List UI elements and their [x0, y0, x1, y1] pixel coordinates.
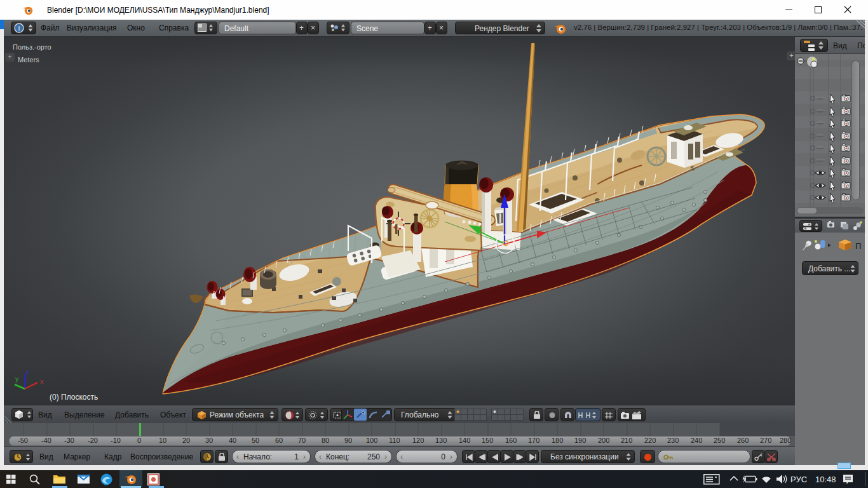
svg-text:П: П — [855, 241, 861, 251]
svg-text:i: i — [18, 24, 20, 32]
